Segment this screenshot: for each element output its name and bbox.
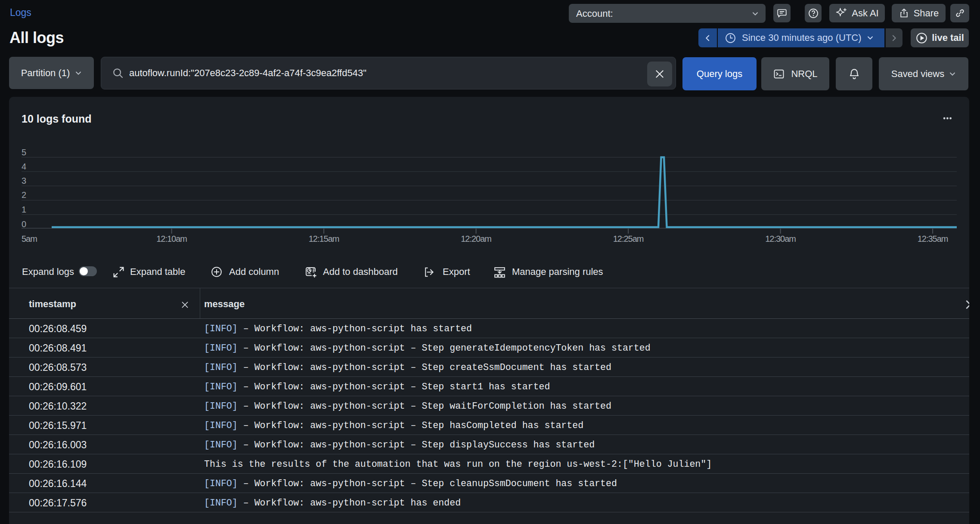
svg-text:2: 2	[22, 190, 26, 200]
svg-text:12:15am: 12:15am	[309, 234, 339, 244]
svg-text:5am: 5am	[22, 234, 37, 244]
svg-text:3: 3	[22, 176, 26, 185]
svg-text:1: 1	[22, 205, 26, 214]
svg-text:0: 0	[22, 219, 26, 229]
svg-text:12:20am: 12:20am	[461, 234, 491, 244]
svg-text:12:30am: 12:30am	[765, 234, 796, 244]
svg-text:12:35am: 12:35am	[918, 234, 948, 244]
svg-text:12:10am: 12:10am	[156, 234, 187, 244]
svg-text:4: 4	[22, 162, 26, 171]
svg-text:5: 5	[22, 148, 26, 157]
svg-text:12:25am: 12:25am	[613, 234, 644, 244]
